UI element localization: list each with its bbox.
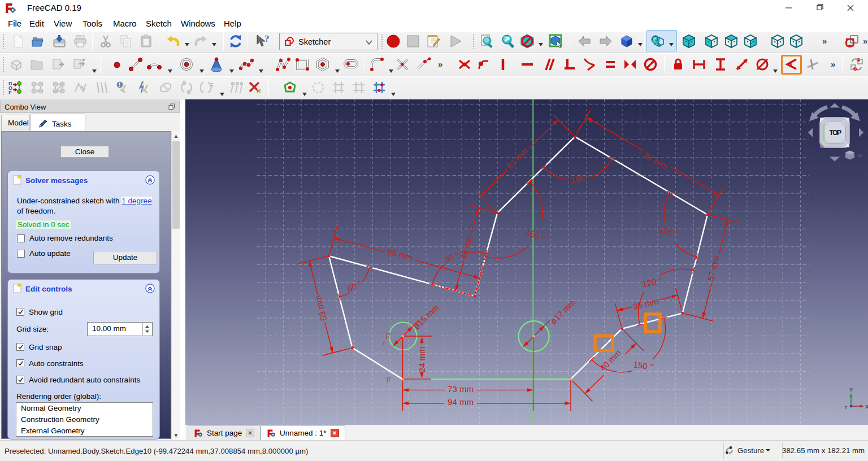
svg-text:z: z (815, 147, 819, 153)
svg-text:94 mm: 94 mm (448, 397, 474, 407)
svg-text:|7: |7 (386, 333, 391, 339)
svg-text:73 mm: 73 mm (448, 384, 474, 394)
svg-text:r: r (383, 341, 385, 346)
svg-text:|7: |7 (387, 376, 392, 382)
svg-text:X: X (865, 404, 868, 410)
svg-text:z: z (845, 405, 847, 410)
svg-text:TOP: TOP (830, 129, 841, 137)
svg-text:24 mm: 24 mm (417, 347, 427, 373)
svg-text:Y: Y (849, 387, 853, 393)
